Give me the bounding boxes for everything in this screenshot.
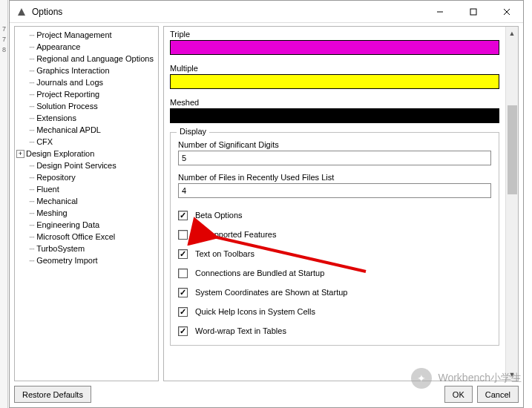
tree-item[interactable]: ····Fluent	[16, 183, 157, 195]
tree-item-label: Project Reporting	[36, 90, 99, 99]
svg-rect-1	[470, 9, 476, 15]
checkbox[interactable]	[178, 288, 188, 297]
checkbox-label: Word-wrap Text in Tables	[195, 326, 286, 335]
tree-connector-icon: ····	[27, 197, 36, 205]
tree-item[interactable]: +Design Exploration	[16, 148, 157, 159]
tree-item-label: Regional and Language Options	[36, 54, 154, 63]
tree-item[interactable]: ····Project Reporting	[16, 88, 157, 100]
tree-item[interactable]: ····Engineering Data	[16, 219, 157, 231]
tree-item[interactable]: ····Microsoft Office Excel	[16, 231, 157, 243]
checkbox-label: Connections are Bundled at Startup	[195, 269, 324, 277]
recent-files-input[interactable]	[178, 183, 491, 198]
ok-button[interactable]: OK	[444, 386, 473, 403]
tree-item-label: Project Management	[36, 30, 112, 39]
checkbox-row: Word-wrap Text in Tables	[178, 321, 491, 340]
restore-defaults-button[interactable]: Restore Defaults	[14, 386, 91, 403]
color-multiple-swatch[interactable]	[170, 74, 499, 89]
tree-item[interactable]: ····Design Point Services	[16, 159, 157, 171]
tree-connector-icon: ····	[27, 245, 36, 253]
color-triple-label: Triple	[170, 30, 499, 39]
tree-item-label: Appearance	[36, 42, 80, 51]
tree-item-label: CFX	[36, 137, 53, 146]
titlebar: Options	[10, 1, 523, 23]
tree-item[interactable]: ····Geometry Import	[16, 254, 157, 266]
scroll-up-icon[interactable]: ▲	[506, 27, 518, 39]
tree-item[interactable]: ····Solution Process	[16, 100, 157, 112]
tree-connector-icon: ····	[27, 233, 36, 241]
options-window: Options ····Project Management····Appear…	[9, 0, 524, 408]
tree-item[interactable]: ····Mechanical APDL	[16, 124, 157, 136]
color-triple-row: Triple	[170, 30, 499, 55]
display-group: Display Number of Significant Digits Num…	[170, 132, 499, 346]
checkbox-row: Connections are Bundled at Startup	[178, 263, 491, 283]
tree-connector-icon: ····	[27, 257, 36, 265]
recent-files-label: Number of Files in Recently Used Files L…	[178, 173, 491, 182]
checkbox-label: Beta Options	[195, 211, 243, 220]
background-sliver: 778	[0, 0, 8, 408]
tree-item-label: Microsoft Office Excel	[36, 232, 115, 241]
tree-connector-icon: ····	[27, 138, 36, 146]
scroll-thumb[interactable]	[508, 105, 517, 194]
tree-item-label: Journals and Logs	[36, 78, 103, 87]
checkbox[interactable]	[178, 326, 188, 336]
tree-item[interactable]: ····Graphics Interaction	[16, 65, 157, 76]
tree-item-label: Graphics Interaction	[36, 66, 109, 75]
category-tree[interactable]: ····Project Management····Appearance····…	[14, 26, 159, 381]
checkbox-row: Unsupported Features	[178, 225, 491, 244]
tree-connector-icon: ····	[27, 43, 36, 51]
checkbox[interactable]	[178, 269, 188, 278]
checkbox[interactable]	[178, 307, 188, 317]
tree-connector-icon: ····	[27, 102, 36, 111]
tree-item[interactable]: ····Meshing	[16, 207, 157, 219]
sig-digits-input[interactable]	[178, 151, 491, 165]
tree-connector-icon: ····	[27, 79, 36, 87]
checkbox-row: Quick Help Icons in System Cells	[178, 302, 491, 321]
tree-connector-icon: ····	[27, 126, 36, 134]
tree-item-label: Meshing	[36, 208, 68, 217]
close-button[interactable]	[490, 1, 523, 22]
tree-item[interactable]: ····Extensions	[16, 112, 157, 124]
color-triple-swatch[interactable]	[170, 40, 499, 55]
tree-item-label: Repository	[36, 173, 76, 182]
tree-item[interactable]: ····Repository	[16, 171, 157, 183]
checkbox-label: Quick Help Icons in System Cells	[195, 307, 315, 316]
checkbox-row: Text on Toolbars	[178, 244, 491, 263]
tree-expander-icon[interactable]: +	[16, 150, 24, 158]
tree-connector-icon: ····	[27, 185, 36, 194]
tree-item[interactable]: ····TurboSystem	[16, 243, 157, 254]
checkbox-label: System Coordinates are Shown at Startup	[195, 288, 347, 297]
checkbox[interactable]	[178, 249, 188, 259]
tree-connector-icon: ····	[27, 174, 36, 182]
checkbox[interactable]	[178, 211, 188, 220]
tree-item[interactable]: ····Mechanical	[16, 195, 157, 207]
checkbox-row: Beta Options	[178, 205, 491, 225]
color-meshed-swatch[interactable]	[170, 108, 499, 123]
tree-item[interactable]: ····CFX	[16, 136, 157, 148]
tree-connector-icon: ····	[27, 114, 36, 122]
footer: Restore Defaults OK Cancel	[14, 386, 519, 403]
color-meshed-row: Meshed	[170, 98, 499, 123]
maximize-button[interactable]	[456, 1, 490, 22]
settings-pane: Triple Multiple Meshed Display	[163, 26, 519, 381]
tree-item[interactable]: ····Journals and Logs	[16, 76, 157, 88]
minimize-button[interactable]	[423, 1, 456, 22]
color-multiple-row: Multiple	[170, 64, 499, 89]
tree-item[interactable]: ····Appearance	[16, 41, 157, 53]
cancel-button[interactable]: Cancel	[477, 386, 519, 403]
vertical-scrollbar[interactable]: ▲ ▼	[505, 27, 518, 381]
tree-connector-icon: ····	[27, 209, 36, 217]
tree-item[interactable]: ····Project Management	[16, 29, 157, 41]
checkbox[interactable]	[178, 230, 188, 240]
tree-connector-icon: ····	[27, 55, 36, 63]
window-title: Options	[32, 7, 62, 17]
checkbox-label: Text on Toolbars	[195, 249, 254, 258]
tree-connector-icon: ····	[27, 91, 36, 99]
tree-item-label: Engineering Data	[36, 220, 99, 229]
app-icon	[16, 6, 27, 18]
tree-item-label: Design Point Services	[36, 161, 116, 170]
tree-item-label: Geometry Import	[36, 256, 98, 265]
scroll-down-icon[interactable]: ▼	[506, 368, 518, 381]
scroll-track[interactable]	[506, 39, 518, 368]
tree-item[interactable]: ····Regional and Language Options	[16, 53, 157, 65]
sig-digits-field: Number of Significant Digits	[178, 140, 491, 165]
